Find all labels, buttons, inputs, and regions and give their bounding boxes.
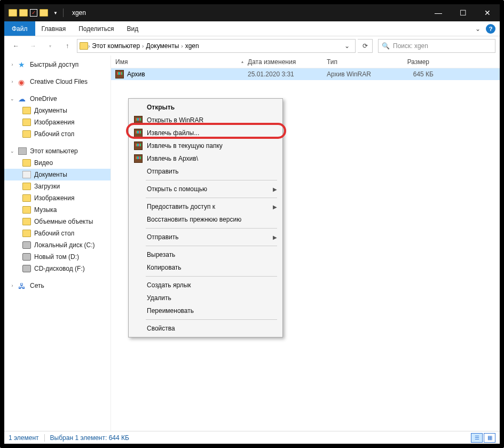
address-bar-row: ← → ▾ ↑ › Этот компьютер › Документы › x…	[4, 36, 500, 56]
context-menu: Открыть Открыть в WinRAR Извлечь файлы..…	[128, 98, 283, 337]
sidebar-item-3dobjects[interactable]: Объемные объекты	[4, 216, 111, 227]
winrar-icon	[134, 129, 143, 137]
breadcrumb[interactable]: Этот компьютер	[90, 42, 142, 50]
tab-view[interactable]: Вид	[120, 22, 145, 36]
menu-item-send[interactable]: Отправить	[130, 165, 281, 178]
sidebar-item-documents[interactable]: Документы	[4, 105, 111, 116]
back-button[interactable]: ←	[9, 38, 23, 53]
menu-item-open-winrar[interactable]: Открыть в WinRAR	[130, 114, 281, 127]
folder-icon	[22, 159, 31, 167]
sidebar-item-network[interactable]: › 🖧 Сеть	[4, 280, 111, 292]
chevron-right-icon[interactable]: ›	[10, 62, 15, 67]
refresh-button[interactable]: ⟳	[358, 39, 373, 53]
menu-item-open-with[interactable]: Открыть с помощью▶	[130, 183, 281, 195]
separator	[146, 246, 277, 246]
tab-home[interactable]: Главная	[35, 22, 73, 36]
column-type[interactable]: Тип	[327, 58, 391, 66]
winrar-icon	[134, 116, 143, 124]
sidebar-item-this-pc[interactable]: ⌄ Этот компьютер	[4, 145, 111, 157]
search-icon: 🔍	[382, 42, 390, 50]
menu-item-create-shortcut[interactable]: Создать ярлык	[130, 279, 281, 292]
properties-icon[interactable]	[30, 9, 37, 17]
up-button[interactable]: ↑	[60, 38, 75, 53]
tab-share[interactable]: Поделиться	[72, 22, 120, 36]
separator	[146, 276, 277, 277]
folder-icon	[22, 206, 31, 214]
disk-icon	[22, 241, 31, 249]
submenu-arrow-icon: ▶	[273, 186, 277, 192]
help-icon[interactable]: ?	[486, 24, 495, 34]
window-controls: — ☐ ✕	[426, 4, 500, 21]
folder-icon	[9, 9, 17, 17]
recent-dropdown-icon[interactable]: ▾	[43, 38, 58, 53]
cd-icon	[22, 265, 31, 272]
sidebar-item-music[interactable]: Музыка	[4, 204, 111, 216]
folder-icon	[22, 183, 31, 190]
sidebar-item-desktop[interactable]: Рабочий стол	[4, 227, 111, 239]
large-icons-view-button[interactable]: ▦	[484, 433, 495, 443]
maximize-button[interactable]: ☐	[451, 4, 475, 21]
sidebar-item-videos[interactable]: Видео	[4, 157, 111, 169]
sidebar-item-desktop[interactable]: Рабочий стол	[4, 128, 111, 140]
sidebar-item-images[interactable]: Изображения	[4, 116, 111, 128]
folder-icon	[80, 42, 88, 50]
sidebar-item-cd-drive-f[interactable]: CD-дисковод (F:)	[4, 263, 111, 274]
sidebar-item-pictures[interactable]: Изображения	[4, 192, 111, 204]
breadcrumb[interactable]: xgen	[183, 42, 201, 50]
menu-item-restore-version[interactable]: Восстановить прежнюю версию	[130, 213, 281, 226]
status-bar: 1 элемент Выбран 1 элемент: 644 КБ ☰ ▦	[4, 431, 500, 444]
forward-button[interactable]: →	[26, 38, 41, 53]
submenu-arrow-icon: ▶	[273, 204, 277, 210]
sidebar-item-new-volume-d[interactable]: Новый том (D:)	[4, 251, 111, 263]
column-size[interactable]: Размер	[391, 58, 434, 66]
menu-item-cut[interactable]: Вырезать	[130, 248, 281, 261]
menu-item-rename[interactable]: Переименовать	[130, 304, 281, 317]
sidebar-item-documents[interactable]: Документы	[4, 169, 111, 180]
menu-item-extract-here[interactable]: Извлечь в текущую папку	[130, 139, 281, 152]
menu-item-grant-access[interactable]: Предоставить доступ к▶	[130, 200, 281, 213]
sidebar-item-creative-cloud[interactable]: › ◉ Creative Cloud Files	[4, 76, 111, 88]
expand-ribbon-icon[interactable]: ⌄	[475, 25, 481, 33]
breadcrumb[interactable]: Документы	[144, 42, 181, 50]
menu-item-send-to[interactable]: Отправить▶	[130, 231, 281, 243]
close-button[interactable]: ✕	[475, 4, 500, 21]
column-name[interactable]: Имя▴	[115, 58, 248, 66]
winrar-icon	[134, 154, 143, 163]
sidebar-item-quick-access[interactable]: › ★ Быстрый доступ	[4, 59, 111, 70]
address-bar[interactable]: › Этот компьютер › Документы › xgen ⌄	[77, 39, 356, 53]
sidebar-item-downloads[interactable]: Загрузки	[4, 180, 111, 192]
folder-icon	[22, 119, 31, 126]
menu-item-copy[interactable]: Копировать	[130, 261, 281, 274]
folder-icon	[22, 107, 31, 114]
menu-item-delete[interactable]: Удалить	[130, 292, 281, 304]
menu-item-extract-to[interactable]: Извлечь в Архив\	[130, 152, 281, 165]
explorer-window: ▼ xgen — ☐ ✕ Файл Главная Поделиться Вид…	[0, 0, 504, 448]
menu-item-open[interactable]: Открыть	[130, 101, 281, 114]
new-folder-icon[interactable]	[40, 9, 48, 17]
file-size: 645 КБ	[391, 70, 434, 78]
chevron-down-icon[interactable]: ⌄	[10, 96, 15, 101]
submenu-arrow-icon: ▶	[273, 234, 277, 240]
qat-dropdown-icon[interactable]: ▼	[53, 11, 58, 15]
file-tab[interactable]: Файл	[4, 21, 35, 36]
column-headers: Имя▴ Дата изменения Тип Размер	[111, 56, 500, 68]
file-date: 25.01.2020 3:31	[248, 70, 327, 78]
chevron-down-icon[interactable]: ⌄	[10, 148, 15, 154]
search-placeholder: Поиск: xgen	[393, 42, 428, 50]
sidebar-item-local-disk-c[interactable]: Локальный диск (C:)	[4, 239, 111, 251]
sidebar-item-onedrive[interactable]: ⌄ ☁ OneDrive	[4, 93, 111, 105]
disk-icon	[22, 253, 31, 261]
menu-item-extract-files[interactable]: Извлечь файлы...	[130, 127, 281, 139]
network-icon: 🖧	[18, 282, 27, 289]
window-title: xgen	[72, 9, 86, 17]
chevron-right-icon[interactable]: ›	[10, 79, 15, 84]
column-date[interactable]: Дата изменения	[248, 58, 327, 66]
file-row[interactable]: Архив 25.01.2020 3:31 Архив WinRAR 645 К…	[111, 68, 500, 80]
details-view-button[interactable]: ☰	[471, 433, 483, 443]
winrar-icon	[134, 142, 143, 150]
address-dropdown-icon[interactable]: ⌄	[341, 42, 353, 50]
minimize-button[interactable]: —	[426, 4, 451, 21]
chevron-right-icon[interactable]: ›	[10, 283, 15, 288]
menu-item-properties[interactable]: Свойства	[130, 322, 281, 335]
search-input[interactable]: 🔍 Поиск: xgen	[378, 39, 495, 53]
